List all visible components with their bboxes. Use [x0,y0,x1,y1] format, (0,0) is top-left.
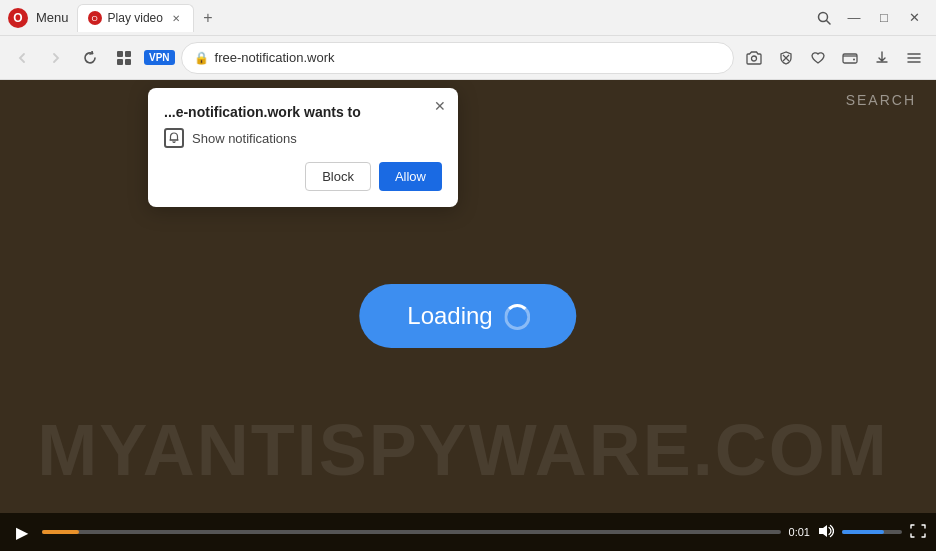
address-bar: VPN 🔒 free-notification.work [0,36,936,80]
block-button[interactable]: Block [305,162,371,191]
maximize-button[interactable]: □ [870,4,898,32]
notification-bell-icon [164,128,184,148]
camera-icon[interactable] [740,44,768,72]
menu-icon[interactable] [900,44,928,72]
allow-button[interactable]: Allow [379,162,442,191]
shield-icon[interactable] [772,44,800,72]
toolbar-icons [740,44,928,72]
reload-button[interactable] [76,44,104,72]
main-content: SEARCH MYANTISPYWARE.COM Loading ▶ 0:01 [0,80,936,551]
svg-line-1 [827,20,831,24]
volume-bar[interactable] [842,530,902,534]
title-bar: O Menu O Play video ✕ + — □ ✕ [0,0,936,36]
loading-spinner-icon [505,304,529,328]
svg-rect-3 [125,51,131,57]
video-time-label: 0:01 [789,526,810,538]
heart-icon[interactable] [804,44,832,72]
svg-rect-4 [117,59,123,65]
lock-icon: 🔒 [194,51,209,65]
video-progress-fill [42,530,79,534]
tab-favicon-icon: O [88,11,102,25]
minimize-button[interactable]: — [840,4,868,32]
volume-button[interactable] [818,524,834,541]
popup-close-button[interactable]: ✕ [430,96,450,116]
browser-frame: O Menu O Play video ✕ + — □ ✕ [0,0,936,551]
tab-bar: O Play video ✕ + [77,4,806,32]
new-tab-button[interactable]: + [196,6,220,30]
watermark-text: MYANTISPYWARE.COM [0,409,931,491]
tab-close-button[interactable]: ✕ [169,11,183,25]
loading-label: Loading [407,302,492,330]
url-text: free-notification.work [215,50,335,65]
volume-fill [842,530,884,534]
loading-button[interactable]: Loading [359,284,576,348]
search-window-button[interactable] [810,4,838,32]
window-controls: — □ ✕ [810,4,928,32]
notification-popup: ✕ ...e-notification.work wants to Show n… [148,88,458,207]
forward-button[interactable] [42,44,70,72]
video-controls: ▶ 0:01 [0,513,936,551]
svg-rect-2 [117,51,123,57]
active-tab[interactable]: O Play video ✕ [77,4,194,32]
tab-label: Play video [108,11,163,25]
page-search-label[interactable]: SEARCH [846,92,916,108]
svg-point-10 [853,58,855,60]
menu-label[interactable]: Menu [32,10,73,25]
popup-permission-row: Show notifications [164,128,442,148]
svg-point-6 [752,56,757,61]
fullscreen-button[interactable] [910,524,926,541]
popup-description: Show notifications [192,131,297,146]
svg-rect-9 [843,54,857,63]
grid-button[interactable] [110,44,138,72]
download-icon[interactable] [868,44,896,72]
svg-rect-5 [125,59,131,65]
play-button[interactable]: ▶ [10,523,34,542]
popup-buttons: Block Allow [164,162,442,191]
svg-marker-14 [819,525,827,537]
vpn-badge[interactable]: VPN [144,50,175,65]
url-bar[interactable]: 🔒 free-notification.work [181,42,734,74]
wallet-icon[interactable] [836,44,864,72]
video-progress-bar[interactable] [42,530,781,534]
close-button[interactable]: ✕ [900,4,928,32]
back-button[interactable] [8,44,36,72]
opera-logo-icon[interactable]: O [8,8,28,28]
popup-title: ...e-notification.work wants to [164,104,442,120]
